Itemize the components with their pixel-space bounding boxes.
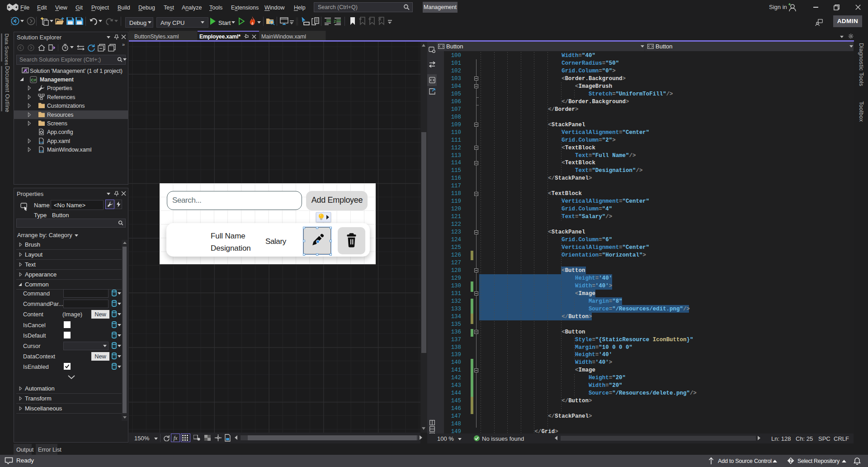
svg-text:C#: C#: [31, 78, 36, 82]
svg-text:2: 2: [334, 19, 336, 24]
